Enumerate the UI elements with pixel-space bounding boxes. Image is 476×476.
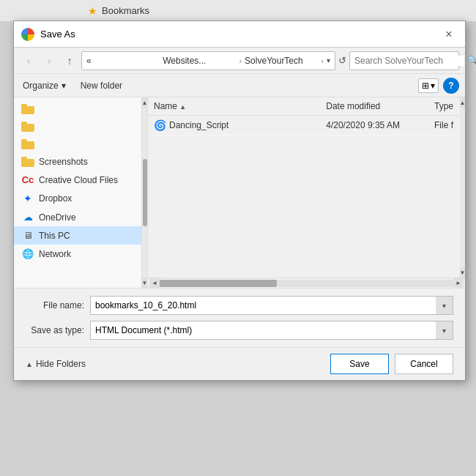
file-table: Name ▲ Date modified Type xyxy=(148,97,459,135)
filename-input[interactable] xyxy=(90,296,453,315)
right-inner: Name ▲ Date modified Type xyxy=(148,97,465,278)
up-button[interactable]: ↑ xyxy=(61,52,78,70)
hide-folders-label: Hide Folders xyxy=(36,359,86,369)
file-list-area: Name ▲ Date modified Type xyxy=(148,97,459,278)
save-as-dialog: Save As × ‹ › ↑ « Websites... › SolveYou… xyxy=(13,21,466,381)
h-scroll-left-arrow[interactable]: ◄ xyxy=(149,278,160,289)
filename-label: File name: xyxy=(26,300,84,310)
h-scroll-track[interactable] xyxy=(160,280,453,287)
horizontal-scrollbar[interactable]: ◄ ► xyxy=(148,278,465,288)
chrome-icon xyxy=(21,28,34,41)
file-type-cell: File f xyxy=(428,116,459,135)
view-arrow-icon: ▾ xyxy=(431,81,435,91)
filetype-dropdown-arrow[interactable]: ▾ xyxy=(436,321,453,340)
network-label: Network xyxy=(39,249,71,259)
right-scroll-track[interactable] xyxy=(460,108,465,267)
browser-tab-bar: ★ Bookmarks xyxy=(0,0,476,22)
browser-tab[interactable]: ★ Bookmarks xyxy=(88,5,149,17)
right-scroll-up-arrow[interactable]: ▲ xyxy=(460,97,465,108)
left-panel-item-network[interactable]: 🌐 Network xyxy=(14,245,141,263)
bottom-fields: File name: ▾ Save as type: ▾ xyxy=(14,288,465,347)
tab-label: Bookmarks xyxy=(102,5,149,16)
hide-folders-arrow-icon: ▲ xyxy=(26,360,33,368)
bookmark-star-icon: ★ xyxy=(88,5,97,17)
dropbox-icon: ✦ xyxy=(21,193,34,204)
col-header-date[interactable]: Date modified xyxy=(320,97,428,116)
scroll-thumb xyxy=(143,159,147,227)
left-panel-item-folder1[interactable] xyxy=(14,100,141,118)
refresh-button[interactable]: ↺ xyxy=(338,55,346,66)
address-dropdown-arrow[interactable]: ▾ xyxy=(327,56,330,64)
filename-row: File name: ▾ xyxy=(26,296,453,315)
address-part1: Websites... xyxy=(163,56,236,66)
new-folder-button[interactable]: New folder xyxy=(78,79,125,92)
right-panel-scrollbar[interactable]: ▲ ▼ xyxy=(459,97,465,278)
left-panel-item-dropbox[interactable]: ✦ Dropbox xyxy=(14,189,141,208)
file-icon: 🌀 xyxy=(154,119,166,131)
search-input[interactable] xyxy=(354,56,464,66)
file-date-cell: 4/20/2020 9:35 AM xyxy=(320,116,428,135)
address-sep2: › xyxy=(321,56,324,65)
onedrive-label: OneDrive xyxy=(39,212,76,223)
toolbar: Organize ▾ New folder ⊞ ▾ ? xyxy=(14,74,465,97)
forward-button[interactable]: › xyxy=(40,52,58,70)
filetype-label: Save as type: xyxy=(26,325,84,335)
filename-dropdown-arrow[interactable]: ▾ xyxy=(436,296,453,315)
h-scroll-right-arrow[interactable]: ► xyxy=(453,278,464,289)
scroll-up-arrow[interactable]: ▲ xyxy=(142,97,147,108)
left-panel: Screenshots Cc Creative Cloud Files ✦ Dr… xyxy=(14,97,142,288)
main-content: Screenshots Cc Creative Cloud Files ✦ Dr… xyxy=(14,97,465,288)
dialog-title: Save As xyxy=(40,29,434,40)
left-panel-item-folder3[interactable] xyxy=(14,135,141,153)
search-box[interactable]: 🔍 xyxy=(349,51,459,70)
thispc-icon: 🖥 xyxy=(21,230,34,241)
organize-arrow-icon: ▾ xyxy=(62,81,66,91)
cancel-button[interactable]: Cancel xyxy=(395,354,453,374)
thispc-label: This PC xyxy=(39,231,70,241)
left-wrapper: Screenshots Cc Creative Cloud Files ✦ Dr… xyxy=(14,97,148,288)
left-panel-item-onedrive[interactable]: ☁ OneDrive xyxy=(14,208,141,226)
sort-arrow-icon: ▲ xyxy=(179,103,186,111)
back-button[interactable]: ‹ xyxy=(20,52,37,70)
right-scroll-down-arrow[interactable]: ▼ xyxy=(460,267,465,278)
address-prefix: « xyxy=(86,56,160,66)
filetype-input[interactable] xyxy=(90,321,453,340)
left-panel-item-cc[interactable]: Cc Creative Cloud Files xyxy=(14,171,141,189)
close-button[interactable]: × xyxy=(440,26,458,43)
table-row[interactable]: 🌀 Dancing_Script 4/20/2020 9:35 AM File … xyxy=(148,116,459,135)
address-sep1: › xyxy=(239,56,242,65)
search-icon: 🔍 xyxy=(467,55,476,66)
view-button[interactable]: ⊞ ▾ xyxy=(418,78,439,93)
left-panel-item-folder2[interactable] xyxy=(14,118,141,135)
col-header-name[interactable]: Name ▲ xyxy=(148,97,320,116)
screenshots-label: Screenshots xyxy=(39,157,88,167)
action-bar: ▲ Hide Folders Save Cancel xyxy=(14,347,465,380)
left-panel-item-screenshots[interactable]: Screenshots xyxy=(14,153,141,171)
organize-label: Organize xyxy=(23,81,59,91)
view-icon: ⊞ xyxy=(422,81,429,91)
filename-input-wrapper: ▾ xyxy=(90,296,453,315)
dropbox-label: Dropbox xyxy=(39,193,72,204)
scroll-track[interactable] xyxy=(142,108,147,278)
title-bar: Save As × xyxy=(14,21,465,48)
save-button[interactable]: Save xyxy=(330,354,389,374)
cc-icon: Cc xyxy=(21,174,34,185)
scroll-down-arrow[interactable]: ▼ xyxy=(142,278,147,288)
filetype-input-wrapper: ▾ xyxy=(90,321,453,340)
file-name: Dancing_Script xyxy=(169,120,228,130)
address-part2: SolveYourTech xyxy=(245,56,318,66)
left-panel-scrollbar[interactable]: ▲ ▼ xyxy=(142,97,148,288)
help-button[interactable]: ? xyxy=(443,78,459,94)
filetype-row: Save as type: ▾ xyxy=(26,321,453,340)
network-icon: 🌐 xyxy=(21,248,34,259)
new-folder-label: New folder xyxy=(81,81,122,91)
col-header-type[interactable]: Type xyxy=(428,97,459,116)
hide-folders-button[interactable]: ▲ Hide Folders xyxy=(26,359,86,369)
left-panel-item-thispc[interactable]: 🖥 This PC xyxy=(14,226,141,245)
address-bar[interactable]: « Websites... › SolveYourTech › ▾ xyxy=(81,51,335,70)
nav-bar: ‹ › ↑ « Websites... › SolveYourTech › ▾ … xyxy=(14,48,465,74)
right-wrapper: Name ▲ Date modified Type xyxy=(148,97,465,288)
onedrive-icon: ☁ xyxy=(21,212,34,223)
organize-button[interactable]: Organize ▾ xyxy=(20,79,69,92)
toolbar-right: ⊞ ▾ ? xyxy=(418,78,459,94)
